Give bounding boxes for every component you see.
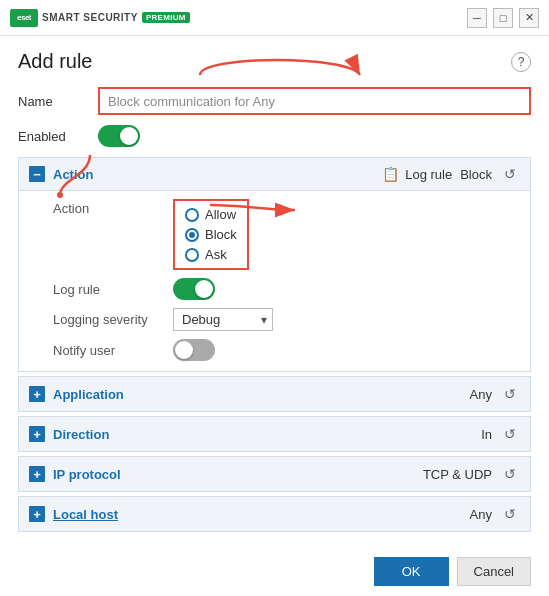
radio-label-ask: Ask — [205, 247, 227, 262]
ip-protocol-reset-icon[interactable]: ↺ — [500, 464, 520, 484]
radio-ask[interactable]: Ask — [185, 247, 237, 262]
ok-button[interactable]: OK — [374, 557, 449, 586]
notify-user-toggle[interactable] — [173, 339, 215, 361]
title-bar: eset SMART SECURITY PREMIUM ─ □ ✕ — [0, 0, 549, 36]
close-button[interactable]: ✕ — [519, 8, 539, 28]
main-content: Add rule ? Name Enabled − Action 📋 Log r… — [0, 36, 549, 596]
action-section-title: Action — [53, 167, 382, 182]
notify-user-label: Notify user — [53, 343, 173, 358]
eset-logo: eset SMART SECURITY PREMIUM — [10, 9, 190, 27]
severity-select-wrapper: Debug Info Warning Error — [173, 308, 273, 331]
log-rule-inner-label: Log rule — [53, 282, 173, 297]
radio-circle-ask — [185, 248, 199, 262]
ip-protocol-expand-icon: + — [29, 466, 45, 482]
direction-section[interactable]: + Direction In ↺ — [18, 416, 531, 452]
ip-protocol-value: TCP & UDP — [423, 467, 492, 482]
radio-block[interactable]: Block — [185, 227, 237, 242]
severity-select[interactable]: Debug Info Warning Error — [173, 308, 273, 331]
action-radio-group: Allow Block Ask — [173, 199, 249, 270]
local-host-reset-icon[interactable]: ↺ — [500, 504, 520, 524]
name-row: Name — [18, 87, 531, 115]
log-rule-thumb — [195, 280, 213, 298]
action-section-header[interactable]: − Action 📋 Log rule Block ↺ — [18, 157, 531, 191]
name-input[interactable] — [98, 87, 531, 115]
action-expanded-content: Action Allow Block Ask — [18, 191, 531, 372]
premium-badge: PREMIUM — [142, 12, 190, 23]
sections-list: + Application Any ↺ + Direction In ↺ + I… — [18, 376, 531, 532]
logging-severity-row: Logging severity Debug Info Warning Erro… — [53, 308, 516, 331]
enabled-toggle[interactable] — [98, 125, 140, 147]
logging-severity-label: Logging severity — [53, 312, 173, 327]
direction-reset-icon[interactable]: ↺ — [500, 424, 520, 444]
local-host-value: Any — [470, 507, 492, 522]
action-reset-icon[interactable]: ↺ — [500, 164, 520, 184]
title-bar-left: eset SMART SECURITY PREMIUM — [10, 9, 190, 27]
log-rule-info: 📋 Log rule — [382, 166, 452, 182]
eset-logo-icon: eset — [10, 9, 38, 27]
page-title: Add rule — [18, 50, 93, 73]
app-name: SMART SECURITY — [42, 12, 138, 23]
application-reset-icon[interactable]: ↺ — [500, 384, 520, 404]
radio-circle-allow — [185, 208, 199, 222]
direction-title: Direction — [53, 427, 481, 442]
maximize-button[interactable]: □ — [493, 8, 513, 28]
application-section[interactable]: + Application Any ↺ — [18, 376, 531, 412]
page-header: Add rule ? — [18, 50, 531, 73]
log-rule-header-label: Log rule — [405, 167, 452, 182]
notify-user-row: Notify user — [53, 339, 516, 361]
radio-allow[interactable]: Allow — [185, 207, 237, 222]
application-value: Any — [470, 387, 492, 402]
local-host-section[interactable]: + Local host Any ↺ — [18, 496, 531, 532]
log-rule-toggle[interactable] — [173, 278, 215, 300]
help-icon[interactable]: ? — [511, 52, 531, 72]
action-inner-label: Action — [53, 199, 173, 216]
cancel-button[interactable]: Cancel — [457, 557, 531, 586]
name-label: Name — [18, 94, 98, 109]
radio-label-block: Block — [205, 227, 237, 242]
action-inner-row: Action Allow Block Ask — [53, 199, 516, 270]
enabled-label: Enabled — [18, 129, 98, 144]
log-rule-row: Log rule — [53, 278, 516, 300]
minimize-button[interactable]: ─ — [467, 8, 487, 28]
radio-circle-block — [185, 228, 199, 242]
application-expand-icon: + — [29, 386, 45, 402]
bottom-bar: OK Cancel — [18, 547, 531, 586]
radio-label-allow: Allow — [205, 207, 236, 222]
log-rule-calendar-icon: 📋 — [382, 166, 399, 182]
action-expand-icon: − — [29, 166, 45, 182]
local-host-title[interactable]: Local host — [53, 507, 470, 522]
application-title: Application — [53, 387, 470, 402]
action-header-value: Block — [460, 167, 492, 182]
toggle-thumb — [120, 127, 138, 145]
ip-protocol-title: IP protocol — [53, 467, 423, 482]
local-host-expand-icon: + — [29, 506, 45, 522]
enabled-row: Enabled — [18, 125, 531, 147]
direction-expand-icon: + — [29, 426, 45, 442]
ip-protocol-section[interactable]: + IP protocol TCP & UDP ↺ — [18, 456, 531, 492]
direction-value: In — [481, 427, 492, 442]
title-bar-controls: ─ □ ✕ — [467, 8, 539, 28]
notify-thumb — [175, 341, 193, 359]
